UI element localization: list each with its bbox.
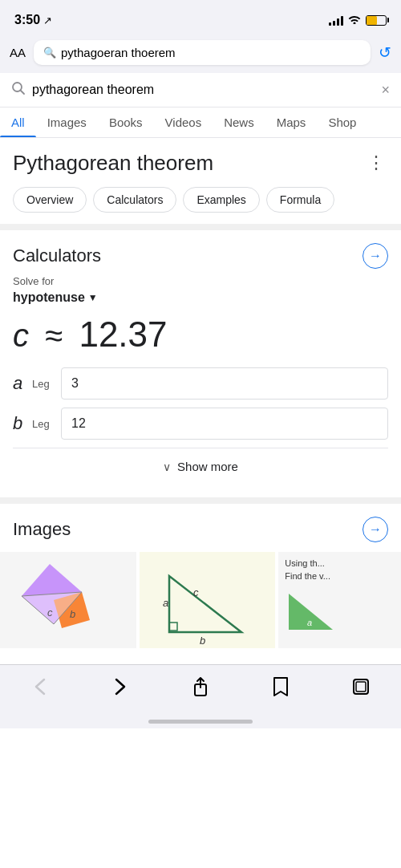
location-icon: ↗ [43,14,52,26]
nav-tabs: All Images Books Videos News Maps Shop [0,107,401,138]
var-name-a: Leg [32,378,50,390]
dropdown-arrow-icon: ▼ [88,292,98,303]
tab-videos[interactable]: Videos [154,107,213,137]
var-letter-a: a [13,373,26,394]
svg-text:c: c [47,606,53,619]
url-text: pythagoeran thoerem [61,46,361,59]
battery-icon [366,15,387,26]
image-thumb-2[interactable]: c a b [140,552,276,648]
var-label-b: b Leg [13,413,61,434]
input-row-a: a Leg [13,367,388,400]
tab-all[interactable]: All [0,107,36,137]
aa-button[interactable]: AA [10,46,26,59]
solve-for-label: Solve for [13,275,388,287]
bookmarks-button[interactable] [265,673,297,700]
section-divider-2 [0,497,401,504]
pills-row: Overview Calculators Examples Formula [13,187,388,224]
browser-bottom-bar [0,664,401,716]
calc-arrow-button[interactable]: → [363,243,388,269]
svg-text:a: a [307,618,312,627]
input-leg-a[interactable] [61,367,388,400]
image-content-2: c a b [140,552,276,648]
result-approx-symbol: ≈ [45,318,63,353]
back-button[interactable] [24,673,56,700]
signal-icon [329,14,343,26]
section-divider [0,224,401,230]
tab-books[interactable]: Books [98,107,154,137]
images-title: Images [13,519,71,540]
result-display: c ≈ 12.37 [13,314,388,355]
svg-line-1 [21,91,25,95]
search-clear-button[interactable]: × [381,82,390,99]
var-letter-b: b [13,413,26,434]
wifi-icon [348,14,361,26]
calculators-section: Calculators → Solve for hypotenuse ▼ c ≈… [13,230,388,497]
result-variable: c [13,318,29,353]
svg-marker-7 [169,576,241,632]
main-content: Pythagorean theorem ⋮ Overview Calculato… [0,138,401,648]
spacer [0,648,401,664]
share-button[interactable] [184,673,217,700]
tab-images[interactable]: Images [36,107,98,137]
calc-title: Calculators [13,245,101,266]
status-time: 3:50 [14,13,40,27]
solve-for-dropdown[interactable]: hypotenuse ▼ [13,290,388,305]
pill-calculators[interactable]: Calculators [93,187,176,213]
image-content-3: Using th... Find the v... a [278,552,401,648]
image-thumb-1[interactable]: c b [0,552,136,648]
home-bar [148,720,253,724]
refresh-button[interactable]: ↺ [379,43,391,62]
images-arrow-button[interactable]: → [363,517,388,542]
images-arrow-icon: → [369,522,382,537]
knowledge-panel-header: Pythagorean theorem ⋮ [13,151,388,176]
svg-text:b: b [70,608,75,620]
url-bar-container: AA 🔍 pythagoeran thoerem ↺ [0,35,401,73]
result-value: 12.37 [79,314,167,354]
kp-menu-button[interactable]: ⋮ [364,151,388,175]
forward-button[interactable] [104,673,136,700]
show-more-label: Show more [177,460,238,473]
tab-news[interactable]: News [213,107,265,137]
images-row: c b c a b [0,552,401,648]
search-icon-url: 🔍 [43,47,56,59]
chevron-down-icon: ∨ [163,460,171,473]
image-thumb-3[interactable]: Using th... Find the v... a [278,552,401,648]
show-more-button[interactable]: ∨ Show more [13,448,388,485]
input-row-b: b Leg [13,408,388,440]
tab-shop[interactable]: Shop [317,107,367,137]
var-name-b: Leg [32,418,50,430]
tabs-button[interactable] [345,673,377,700]
url-bar[interactable]: 🔍 pythagoeran thoerem [34,40,371,65]
tab-maps[interactable]: Maps [265,107,318,137]
input-leg-b[interactable] [61,408,388,440]
status-bar: 3:50 ↗ [0,0,401,35]
pill-formula[interactable]: Formula [266,187,334,213]
svg-text:b: b [200,635,205,647]
calc-header: Calculators → [13,243,388,269]
pill-overview[interactable]: Overview [13,187,87,213]
svg-rect-16 [356,682,366,692]
svg-text:a: a [163,597,168,609]
svg-text:c: c [193,586,199,598]
page-title: Pythagorean theorem [13,151,213,176]
arrow-right-icon: → [369,249,382,263]
solve-for-value: hypotenuse [13,290,85,305]
search-icon [11,81,26,99]
home-indicator [0,716,401,728]
pill-examples[interactable]: Examples [183,187,259,213]
search-bar: pythagorean theorem × [0,73,401,107]
var-label-a: a Leg [13,373,61,394]
images-header: Images → [13,517,388,542]
image-content-1: c b [0,552,136,648]
status-icons [329,14,387,26]
search-query[interactable]: pythagorean theorem [32,83,375,97]
svg-rect-11 [169,623,177,631]
images-section: Images → c b [13,504,388,648]
